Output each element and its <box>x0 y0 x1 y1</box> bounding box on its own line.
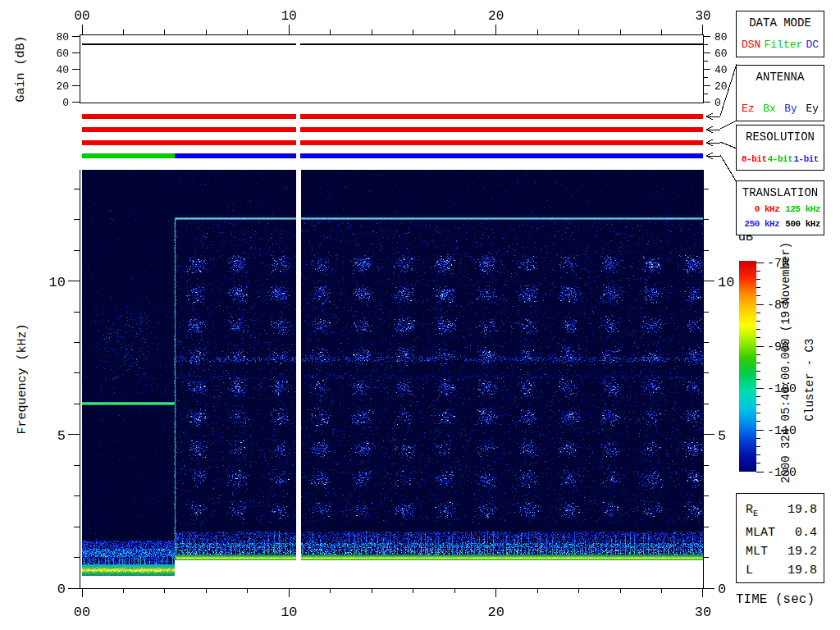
svg-text:0: 0 <box>62 97 69 109</box>
status-bars <box>82 114 703 158</box>
data-mode-filter: Filter <box>764 39 802 51</box>
svg-text:-120: -120 <box>767 466 797 480</box>
connector-translation <box>720 155 737 182</box>
svg-text:00: 00 <box>74 9 89 24</box>
antenna-ez: Ez <box>742 103 755 115</box>
svg-text:10: 10 <box>281 605 297 620</box>
svg-text:20: 20 <box>488 9 504 24</box>
svg-text:20: 20 <box>56 80 69 93</box>
time-axis-title: TIME (sec) <box>736 592 815 607</box>
resolution-title: RESOLUTION <box>740 130 820 144</box>
mlat-value: 0.4 <box>795 523 817 542</box>
info-row-l: L 19.8 <box>746 561 817 580</box>
resolution-1bit: 1-bit <box>793 154 819 164</box>
svg-text:30: 30 <box>695 605 711 620</box>
data-mode-dc: DC <box>806 39 819 51</box>
svg-text:00: 00 <box>74 605 90 620</box>
axes-overlay: 0000101020203030808060604040202000005510… <box>0 0 840 630</box>
l-value: 19.8 <box>788 561 817 580</box>
connector-resolution <box>720 142 737 148</box>
data-mode-panel: DATA MODE DSN Filter DC <box>736 11 824 57</box>
svg-text:80: 80 <box>714 31 728 43</box>
data-mode-title: DATA MODE <box>740 16 820 30</box>
arrow-data-mode <box>706 113 720 120</box>
antenna-title: ANTENNA <box>740 71 820 84</box>
antenna-ey: Ey <box>806 103 819 115</box>
re-value: 19.8 <box>788 500 817 523</box>
svg-text:20: 20 <box>714 80 728 93</box>
translation-500khz: 500 kHz <box>785 219 820 229</box>
spectrogram-frame <box>80 170 703 588</box>
svg-text:0: 0 <box>718 582 726 597</box>
mlt-value: 19.2 <box>788 542 817 561</box>
antenna-panel: ANTENNA Ez Bx By Ey <box>736 65 824 121</box>
translation-125khz: 125 kHz <box>785 204 820 214</box>
antenna-bx: Bx <box>763 103 776 115</box>
translation-0khz: 0 kHz <box>755 204 780 214</box>
svg-text:30: 30 <box>695 9 710 24</box>
svg-text:40: 40 <box>714 64 728 76</box>
svg-text:-110: -110 <box>767 424 797 438</box>
axis-ticks: 0000101020203030808060604040202000005510… <box>49 9 797 620</box>
svg-text:5: 5 <box>57 428 66 444</box>
translation-250khz: 250 kHz <box>745 219 780 229</box>
translation-title: TRANSLATION <box>740 186 820 199</box>
svg-text:60: 60 <box>714 48 728 60</box>
wbd-spectrogram-display: { "labels": { "time_title": "TIME (sec)"… <box>0 0 840 630</box>
antenna-by: By <box>784 103 797 115</box>
resolution-4bit: 4-bit <box>768 154 793 164</box>
resolution-8bit: 8-bit <box>742 154 767 164</box>
svg-text:-100: -100 <box>767 382 797 396</box>
info-row-mlt: MLT 19.2 <box>746 542 817 561</box>
svg-text:0: 0 <box>57 582 66 597</box>
resolution-panel: RESOLUTION 8-bit 4-bit 1-bit <box>736 125 824 171</box>
svg-text:60: 60 <box>56 48 69 60</box>
svg-text:20: 20 <box>487 605 504 620</box>
connector-antenna <box>720 121 737 129</box>
svg-text:-90: -90 <box>767 340 789 354</box>
ephemeris-panel: RE 19.8 MLAT 0.4 MLT 19.2 L 19.8 <box>736 493 824 583</box>
svg-text:40: 40 <box>56 64 69 76</box>
svg-text:10: 10 <box>718 275 734 290</box>
svg-text:10: 10 <box>281 9 297 24</box>
svg-text:0: 0 <box>714 97 721 109</box>
info-row-mlat: MLAT 0.4 <box>746 523 817 542</box>
arrow-translation <box>706 153 720 159</box>
svg-text:-70: -70 <box>767 257 789 271</box>
translation-panel: TRANSLATION 0 kHz 125 kHz 250 kHz 500 kH… <box>736 180 824 235</box>
data-mode-dsn: DSN <box>742 39 760 51</box>
svg-text:5: 5 <box>718 428 726 444</box>
info-row-re: RE 19.8 <box>746 500 817 523</box>
svg-text:-80: -80 <box>767 299 789 313</box>
arrow-antenna <box>706 126 720 133</box>
svg-text:10: 10 <box>49 275 66 290</box>
svg-text:80: 80 <box>56 31 69 43</box>
arrow-resolution <box>706 139 720 146</box>
